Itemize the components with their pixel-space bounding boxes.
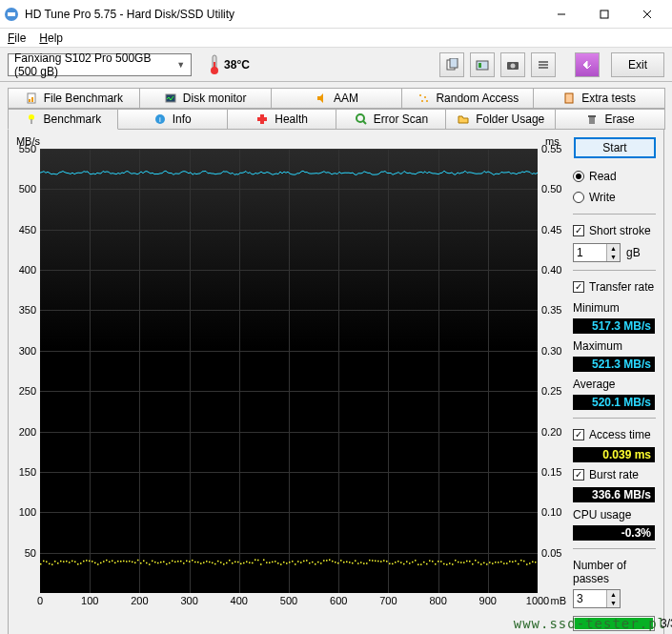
check-icon: ✓ xyxy=(573,469,584,481)
tab-random-access[interactable]: Random Access xyxy=(401,88,534,109)
toolbar: Fanxiang S102 Pro 500GB (500 gB) ▼ 38°C … xyxy=(0,48,672,82)
read-radio-row[interactable]: Read xyxy=(573,168,656,185)
radio-icon xyxy=(573,171,584,182)
titlebar: HD Tune Pro 5.75 - Hard Disk/SSD Utility xyxy=(0,0,672,29)
short-stroke-check[interactable]: ✓Short stroke xyxy=(573,222,656,239)
tab-folder-usage[interactable]: Folder Usage xyxy=(445,109,556,130)
minimum-value: 517.3 MB/s xyxy=(573,318,655,334)
benchmark-content: MB/s 50100150200250300350400450500550 01… xyxy=(8,130,664,634)
svg-rect-12 xyxy=(479,63,481,68)
health-icon xyxy=(255,112,269,126)
cpu-usage-label: CPU usage xyxy=(573,508,656,522)
drive-select[interactable]: Fanxiang S102 Pro 500GB (500 gB) ▼ xyxy=(8,53,192,76)
temperature-display: 38°C xyxy=(209,54,250,75)
short-stroke-unit: gB xyxy=(626,246,641,259)
svg-rect-35 xyxy=(589,116,595,124)
access-time-value: 0.039 ms xyxy=(573,447,655,462)
short-stroke-spinbox[interactable]: ▲▼ xyxy=(573,243,621,262)
check-icon: ✓ xyxy=(573,429,584,440)
transfer-rate-check[interactable]: ✓Transfer rate xyxy=(573,278,656,296)
error-scan-icon xyxy=(355,112,368,126)
tab-disk-monitor[interactable]: Disk monitor xyxy=(139,88,272,109)
benchmark-icon xyxy=(25,112,38,126)
tab-benchmark[interactable]: Benchmark xyxy=(8,109,118,130)
extra-tests-icon xyxy=(562,92,576,105)
svg-rect-11 xyxy=(477,61,488,70)
disk-monitor-icon xyxy=(164,92,177,105)
options-button[interactable] xyxy=(531,52,556,77)
benchmark-chart: 01002003004005006007008009001000mB xyxy=(40,149,538,593)
menubar: File Help xyxy=(0,29,672,48)
spin-up-icon[interactable]: ▲ xyxy=(607,244,620,253)
svg-rect-15 xyxy=(539,61,548,63)
access-time-check[interactable]: ✓Access time xyxy=(573,426,656,443)
folder-usage-icon xyxy=(457,112,470,126)
svg-text:i: i xyxy=(159,115,161,124)
window-title: HD Tune Pro 5.75 - Hard Disk/SSD Utility xyxy=(25,8,540,21)
side-panel: Start Read Write ✓Short stroke ▲▼ gB ✓Tr… xyxy=(563,135,656,634)
num-passes-spinbox[interactable]: ▲▼ xyxy=(573,589,621,608)
svg-rect-1 xyxy=(8,12,15,16)
file-benchmark-icon xyxy=(25,92,38,105)
temperature-value: 38°C xyxy=(224,58,250,72)
screenshot-button[interactable] xyxy=(500,52,525,77)
spin-down-icon[interactable]: ▼ xyxy=(607,253,620,261)
minimize-button[interactable] xyxy=(540,0,582,28)
average-label: Average xyxy=(573,378,656,391)
aam-icon xyxy=(315,92,328,105)
copy-info-button[interactable] xyxy=(439,52,464,77)
num-passes-input[interactable] xyxy=(574,592,606,605)
svg-rect-36 xyxy=(588,115,596,117)
svg-rect-28 xyxy=(31,119,32,124)
info-icon: i xyxy=(153,112,167,126)
maximize-button[interactable] xyxy=(582,0,625,28)
tab-error-scan[interactable]: Error Scan xyxy=(336,109,446,130)
tab-erase[interactable]: Erase xyxy=(555,109,665,130)
copy-screenshot-button[interactable] xyxy=(470,52,495,77)
cpu-usage-value: -0.3% xyxy=(573,525,655,541)
y-axis-left: MB/s 50100150200250300350400450500550 xyxy=(14,135,40,634)
check-icon: ✓ xyxy=(573,225,584,236)
svg-rect-3 xyxy=(601,10,608,18)
svg-rect-8 xyxy=(214,62,215,71)
close-button[interactable] xyxy=(625,0,668,28)
tab-health[interactable]: Health xyxy=(227,109,337,130)
maximum-label: Maximum xyxy=(573,339,656,353)
menu-file[interactable]: File xyxy=(8,31,26,45)
y-axis-right: ms 0.050.100.150.200.250.300.350.400.450… xyxy=(538,135,563,634)
burst-rate-check[interactable]: ✓Burst rate xyxy=(573,466,656,483)
average-value: 520.1 MB/s xyxy=(573,395,655,410)
tabs-row-bottom: Benchmark iInfo Health Error Scan Folder… xyxy=(8,109,664,130)
tabs-area: File Benchmark Disk monitor AAM Random A… xyxy=(0,82,672,130)
num-passes-label: Number of passes xyxy=(573,559,656,585)
svg-rect-32 xyxy=(257,117,267,121)
chevron-down-icon: ▼ xyxy=(176,60,185,70)
svg-point-22 xyxy=(419,94,421,96)
save-button[interactable] xyxy=(575,52,600,77)
check-icon: ✓ xyxy=(573,281,584,293)
erase-icon xyxy=(585,112,599,126)
menu-help[interactable]: Help xyxy=(39,31,63,45)
svg-point-33 xyxy=(356,114,364,122)
tab-aam[interactable]: AAM xyxy=(271,88,403,109)
spin-up-icon[interactable]: ▲ xyxy=(607,590,620,599)
svg-rect-17 xyxy=(539,67,548,69)
start-button[interactable]: Start xyxy=(574,137,656,158)
app-icon xyxy=(4,7,19,22)
short-stroke-input[interactable] xyxy=(574,246,606,259)
svg-rect-19 xyxy=(29,99,31,102)
burst-rate-value: 336.6 MB/s xyxy=(573,487,655,502)
svg-point-24 xyxy=(421,100,423,102)
thermometer-icon xyxy=(209,54,220,75)
write-radio-row[interactable]: Write xyxy=(573,189,656,206)
svg-point-25 xyxy=(426,100,428,102)
tab-info[interactable]: iInfo xyxy=(117,109,228,130)
spin-down-icon[interactable]: ▼ xyxy=(607,599,620,607)
random-access-icon xyxy=(417,92,430,105)
tab-file-benchmark[interactable]: File Benchmark xyxy=(8,88,140,109)
exit-button[interactable]: Exit xyxy=(611,52,664,77)
svg-rect-20 xyxy=(31,97,33,102)
maximum-value: 521.3 MB/s xyxy=(573,357,655,372)
svg-line-34 xyxy=(363,121,366,124)
tab-extra-tests[interactable]: Extra tests xyxy=(533,88,665,109)
